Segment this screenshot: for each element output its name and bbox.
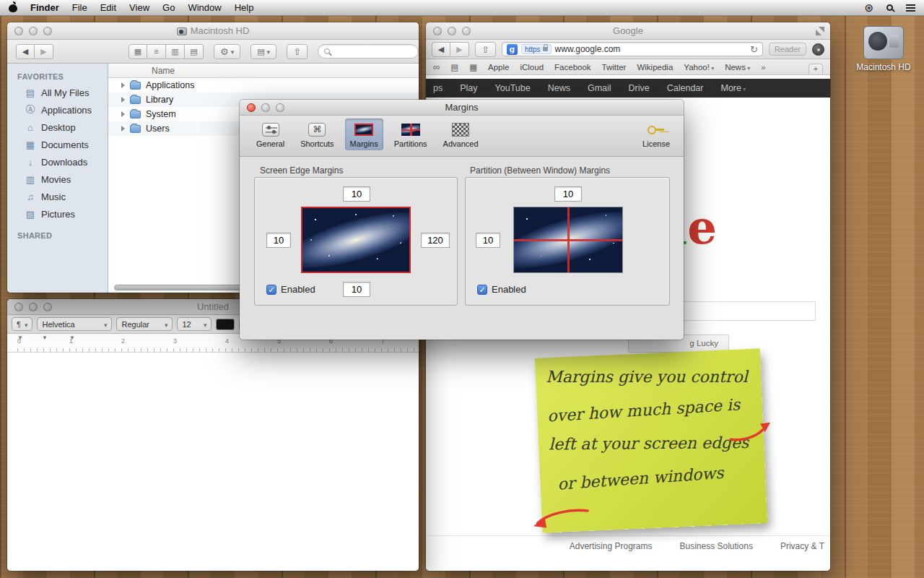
fullscreen-icon[interactable] <box>816 27 824 35</box>
safari-titlebar[interactable]: Google <box>426 22 830 40</box>
nav-drive[interactable]: Drive <box>629 83 650 93</box>
partition-top-field[interactable] <box>554 186 582 202</box>
back-button[interactable] <box>16 44 35 59</box>
disclosure-triangle-icon[interactable] <box>121 97 125 103</box>
close-button[interactable] <box>14 27 23 35</box>
nav-calendar[interactable]: Calendar <box>667 83 704 93</box>
nav-play[interactable]: Play <box>460 83 477 93</box>
sidebar-item-music[interactable]: Music <box>7 188 108 205</box>
nav-youtube[interactable]: YouTube <box>495 83 531 93</box>
spotlight-icon[interactable] <box>886 4 893 11</box>
url-text[interactable]: www.google.com <box>555 44 746 54</box>
address-bar[interactable]: g https www.google.com <box>502 42 763 56</box>
disclosure-triangle-icon[interactable] <box>121 82 125 88</box>
accessibility-menu-icon[interactable] <box>864 1 873 14</box>
bookmarks-overflow-icon[interactable] <box>761 63 765 72</box>
bookmark-yahoo[interactable]: Yahoo! <box>684 63 714 72</box>
new-tab-button[interactable]: + <box>808 64 823 74</box>
close-button[interactable] <box>14 303 23 311</box>
menu-item-file[interactable]: File <box>72 2 87 13</box>
bookmark-twitter[interactable]: Twitter <box>602 63 627 72</box>
screen-edge-left-field[interactable] <box>266 233 291 248</box>
footer-privacy-link[interactable]: Privacy & T <box>780 541 824 551</box>
sidebar-item-documents[interactable]: Documents <box>7 136 108 153</box>
action-menu-button[interactable] <box>214 44 240 59</box>
font-size-dropdown[interactable]: 12 <box>177 317 212 331</box>
search-input[interactable] <box>330 47 412 56</box>
downloads-icon[interactable] <box>812 43 824 56</box>
bookmark-apple[interactable]: Apple <box>488 63 509 72</box>
zoom-button[interactable] <box>462 27 471 35</box>
nav-gmail[interactable]: Gmail <box>588 83 611 93</box>
bookmark-icloud[interactable]: iCloud <box>520 63 544 72</box>
minimize-button[interactable] <box>29 303 38 311</box>
sidebar-item-all-my-files[interactable]: All My Files <box>7 84 108 101</box>
screen-edge-top-field[interactable] <box>343 186 370 202</box>
menu-item-edit[interactable]: Edit <box>100 2 116 13</box>
sidebar-item-pictures[interactable]: Pictures <box>7 205 108 223</box>
nav-more[interactable]: More <box>720 83 746 93</box>
refresh-icon[interactable] <box>750 44 758 55</box>
tab-shortcuts[interactable]: Shortcuts <box>295 118 339 150</box>
sidebar-item-applications[interactable]: Applications <box>7 101 108 118</box>
partition-left-field[interactable] <box>476 233 500 248</box>
zoom-button[interactable] <box>276 103 284 112</box>
enabled-checkbox[interactable] <box>266 285 276 295</box>
tab-partitions[interactable]: Partitions <box>389 118 432 150</box>
text-color-well[interactable] <box>216 319 235 330</box>
tab-advanced[interactable]: Advanced <box>438 118 484 150</box>
list-view-button[interactable] <box>147 44 166 59</box>
tab-stop-marker[interactable]: ▼ <box>42 335 48 341</box>
screen-edge-right-field[interactable] <box>421 233 450 248</box>
finder-search-field[interactable] <box>318 44 419 59</box>
screen-edge-bottom-field[interactable] <box>343 282 370 297</box>
table-row[interactable]: Applications <box>108 78 419 92</box>
close-button[interactable] <box>433 27 442 35</box>
notification-center-icon[interactable] <box>906 4 915 6</box>
textedit-document-area[interactable] <box>7 353 419 571</box>
share-button[interactable] <box>475 42 496 57</box>
paragraph-style-dropdown[interactable] <box>12 317 32 331</box>
font-style-dropdown[interactable]: Regular <box>116 317 173 331</box>
font-family-dropdown[interactable]: Helvetica <box>37 317 112 331</box>
license-button[interactable]: License <box>637 118 675 150</box>
tab-margins[interactable]: Margins <box>345 118 383 150</box>
dialog-titlebar[interactable]: Margins <box>240 100 684 116</box>
disclosure-triangle-icon[interactable] <box>121 126 125 131</box>
sidebar-item-movies[interactable]: Movies <box>7 171 108 188</box>
reading-list-icon[interactable] <box>433 61 440 72</box>
arrange-menu-button[interactable] <box>250 44 276 59</box>
apple-menu[interactable] <box>9 1 17 14</box>
footer-business-link[interactable]: Business Solutions <box>679 541 752 551</box>
finder-titlebar[interactable]: Macintosh HD <box>7 22 419 40</box>
bookmark-facebook[interactable]: Facebook <box>554 63 591 72</box>
icon-view-button[interactable] <box>128 44 147 59</box>
minimize-button[interactable] <box>448 27 456 35</box>
menu-item-go[interactable]: Go <box>162 2 175 13</box>
minimize-button[interactable] <box>29 27 38 35</box>
nav-maps[interactable]: ps <box>433 83 443 93</box>
desktop-macintosh-hd[interactable]: Macintosh HD <box>853 26 914 72</box>
bookmark-wikipedia[interactable]: Wikipedia <box>637 63 673 72</box>
enabled-checkbox[interactable] <box>477 285 487 295</box>
footer-advertising-link[interactable]: Advertising Programs <box>570 541 653 551</box>
forward-button[interactable] <box>35 44 53 59</box>
back-button[interactable] <box>432 42 450 57</box>
zoom-button[interactable] <box>43 303 52 311</box>
bookmarks-book-icon[interactable] <box>450 62 458 72</box>
menu-item-window[interactable]: Window <box>188 2 221 13</box>
menu-item-help[interactable]: Help <box>235 2 254 13</box>
coverflow-view-button[interactable] <box>185 44 204 59</box>
minimize-button[interactable] <box>261 103 270 112</box>
close-button[interactable] <box>247 103 256 112</box>
nav-news[interactable]: News <box>548 83 570 93</box>
sidebar-item-desktop[interactable]: Desktop <box>7 118 108 136</box>
zoom-button[interactable] <box>43 27 52 35</box>
sidebar-item-downloads[interactable]: Downloads <box>7 153 108 171</box>
menu-item-finder[interactable]: Finder <box>30 2 59 13</box>
name-column-header[interactable]: Name <box>108 64 419 78</box>
column-view-button[interactable] <box>166 44 185 59</box>
tab-general[interactable]: General <box>251 118 289 150</box>
reader-button[interactable]: Reader <box>769 43 806 56</box>
bookmark-news[interactable]: News <box>725 63 750 72</box>
